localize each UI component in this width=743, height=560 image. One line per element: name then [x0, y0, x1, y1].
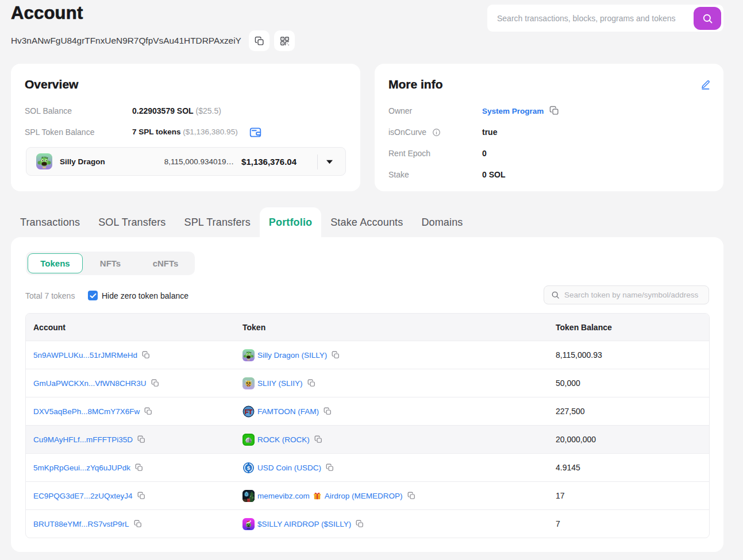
edit-button[interactable]	[700, 80, 710, 90]
token-search-input[interactable]	[564, 291, 703, 299]
info-icon[interactable]	[432, 129, 441, 138]
system-program-link[interactable]: System Program	[482, 107, 544, 115]
copy-icon[interactable]	[332, 351, 340, 359]
selected-token-usd: $1,136,376.04	[241, 148, 297, 175]
table-row: GmUaPWCKXn...VfWN8CHR3U SLIIY (SLIIY) 50…	[26, 369, 709, 397]
token-link[interactable]: FAMTOON (FAM)	[257, 407, 319, 416]
copy-address-button[interactable]	[249, 30, 270, 51]
edit-pen-icon	[700, 80, 710, 90]
token-image-memevibz	[242, 490, 255, 502]
account-link[interactable]: 5n9AWPLUKu...51rJMRMeHd	[33, 351, 137, 360]
more-info-value-isoncurve: true	[482, 126, 497, 138]
token-link[interactable]: $SILLY AIRDROP ($SILLY)	[257, 520, 351, 528]
wallet-icon[interactable]	[249, 127, 261, 140]
more-info-value-rent-epoch: 0	[482, 148, 487, 159]
copy-icon[interactable]	[407, 492, 415, 500]
subtab-nfts[interactable]: NFTs	[83, 253, 138, 273]
account-link[interactable]: Cu9MAyHFLf...mFFFTPi35D	[33, 435, 133, 444]
svg-text:FT: FT	[245, 408, 253, 415]
table-row: EC9PQG3dE7...2zUQxteyJ4 memevibz.com Air…	[26, 481, 709, 509]
more-info-label-owner: Owner	[388, 105, 412, 117]
token-balance: 50,000	[546, 379, 709, 388]
table-row: 5mKpRpGeui...zYq6uJUPdk $ USD Coin (USDC…	[26, 453, 709, 481]
hide-zero-checkbox[interactable]	[88, 291, 98, 300]
token-link[interactable]: Silly Dragon (SILLY)	[257, 351, 327, 360]
more-info-label-isoncurve: isOnCurve	[388, 126, 441, 140]
account-link[interactable]: 5mKpRpGeui...zYq6uJUPdk	[33, 464, 130, 472]
svg-text:$: $	[247, 465, 251, 471]
qr-code-icon	[280, 36, 290, 46]
token-link-2[interactable]: Airdrop (MEMEDROP)	[325, 492, 403, 500]
account-link[interactable]: EC9PQG3dE7...2zUQxteyJ4	[33, 492, 133, 500]
tab-portfolio[interactable]: Portfolio	[260, 207, 321, 237]
tab-stake-accounts[interactable]: Stake Accounts	[321, 207, 412, 237]
token-selector-dropdown[interactable]: Silly Dragon 8,115,000.934019… $1,136,37…	[26, 147, 346, 176]
token-link[interactable]: USD Coin (USDC)	[257, 464, 321, 472]
token-balance: 7	[546, 519, 709, 528]
copy-icon[interactable]	[142, 351, 150, 359]
copy-icon[interactable]	[151, 379, 159, 387]
overview-card: Overview SOL Balance 0.22903579 SOL ($25…	[11, 64, 360, 191]
table-row: DXV5aqBePh...8MCmY7X6Fw FT FAMTOON (FAM)…	[26, 397, 709, 425]
account-link[interactable]: BRUT88eYMf...RS7vstP9rL	[33, 520, 129, 528]
token-link[interactable]: SLIIY (SLIIY)	[257, 379, 303, 388]
copy-icon[interactable]	[137, 492, 145, 500]
account-address: Hv3nANwFgU84grTFnxUeN9R7QfpVsAu41HTDRPAx…	[11, 35, 241, 46]
account-link[interactable]: GmUaPWCKXn...VfWN8CHR3U	[33, 379, 147, 388]
total-tokens-label: Total 7 tokens	[25, 291, 75, 301]
token-image-sliiy	[242, 377, 255, 389]
tab-spl-transfers[interactable]: SPL Transfers	[175, 207, 260, 237]
copy-icon[interactable]	[326, 464, 334, 472]
token-balance: 4.9145	[546, 463, 709, 472]
search-icon-small	[551, 291, 560, 299]
chevron-down-icon	[326, 160, 333, 164]
token-balance: 17	[546, 491, 709, 500]
tab-sol-transfers[interactable]: SOL Transfers	[89, 207, 175, 237]
token-link[interactable]: ROCK (ROCK)	[257, 435, 310, 444]
col-header-account: Account	[26, 323, 233, 332]
account-link[interactable]: DXV5aqBePh...8MCmY7X6Fw	[33, 407, 140, 416]
copy-icon[interactable]	[134, 520, 142, 528]
copy-icon[interactable]	[324, 407, 332, 415]
token-image-silly-dragon	[36, 153, 52, 169]
divider	[317, 155, 318, 169]
account-tabs: TransactionsSOL TransfersSPL TransfersPo…	[11, 207, 472, 237]
token-image-famtoon: FT	[242, 405, 255, 418]
hide-zero-label[interactable]: Hide zero token balance	[102, 291, 188, 301]
copy-icon[interactable]	[314, 435, 322, 443]
spl-token-balance-value: 7 SPL tokens ($1,136,380.95)	[132, 126, 238, 138]
page-title: Account	[11, 3, 83, 24]
copy-icon	[255, 36, 264, 46]
portfolio-panel: TokensNFTscNFTs Total 7 tokens Hide zero…	[11, 237, 723, 552]
subtab-cnfts[interactable]: cNFTs	[138, 253, 193, 273]
tab-domains[interactable]: Domains	[412, 207, 472, 237]
copy-icon[interactable]	[356, 520, 364, 528]
more-info-label-stake: Stake	[388, 169, 409, 180]
table-row: BRUT88eYMf...RS7vstP9rL $SILLY AIRDROP (…	[26, 509, 709, 538]
copy-icon[interactable]	[137, 435, 145, 443]
selected-token-amount: 8,115,000.934019…	[164, 148, 234, 175]
copy-icon[interactable]	[549, 106, 559, 115]
token-image-sillyair	[242, 518, 255, 530]
tab-transactions[interactable]: Transactions	[11, 207, 89, 237]
copy-icon[interactable]	[307, 379, 315, 387]
subtab-tokens[interactable]: Tokens	[28, 253, 83, 273]
spl-token-balance-label: SPL Token Balance	[25, 126, 94, 138]
copy-icon[interactable]	[135, 464, 143, 472]
copy-icon[interactable]	[144, 407, 152, 415]
gift-icon	[313, 491, 322, 500]
search-button[interactable]	[694, 7, 721, 30]
qr-code-button[interactable]	[274, 30, 295, 51]
sol-balance-value: 0.22903579 SOL ($25.5)	[132, 105, 221, 117]
token-table-header: Account Token Token Balance	[26, 314, 709, 341]
sol-balance-label: SOL Balance	[25, 105, 72, 117]
portfolio-subtabs: TokensNFTscNFTs	[26, 252, 195, 275]
table-row: Cu9MAyHFLf...mFFFTPi35D ROCK (ROCK) 20,0…	[26, 425, 709, 453]
more-info-value-stake: 0 SOL	[482, 169, 505, 180]
more-info-value-owner[interactable]: System Program	[482, 105, 559, 117]
global-search-input[interactable]	[487, 5, 691, 32]
more-info-card: More info OwnerSystem Program isOnCurve …	[375, 64, 723, 191]
token-link[interactable]: memevibz.com	[257, 492, 310, 500]
check-icon	[90, 293, 97, 299]
overview-title: Overview	[25, 78, 78, 91]
